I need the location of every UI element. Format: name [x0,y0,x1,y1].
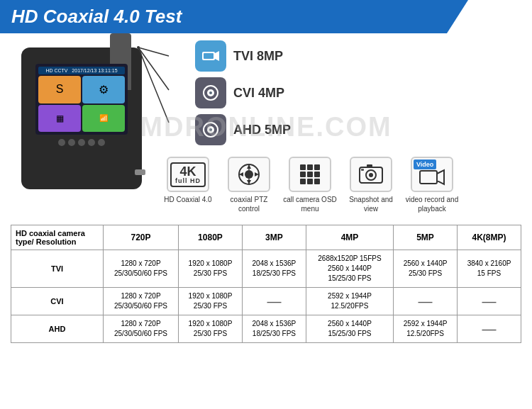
feature-video: Video video record and playback [404,157,460,213]
menu-dot-6 [314,172,320,177]
menu-dot-4 [300,172,306,177]
ahd-4k: — [458,315,521,343]
menu-dot-3 [314,164,320,170]
feature-snapshot: Snapshot and view [343,157,399,213]
svg-point-14 [245,170,253,179]
menu-dot-1 [300,164,306,170]
page-header: HD Coaxial 4.0 Test [0,0,532,33]
snapshot-icon-box [350,157,392,192]
tvi-5mp: 2560 x 1440P25/30 FPS [394,250,458,288]
4k-text: 4K [179,165,196,178]
hd-coaxial-icon-box: 4K full HD [167,157,209,192]
svg-rect-6 [204,53,214,59]
tvi-label: TVI 8MP [233,49,283,64]
svg-line-2 [138,47,169,123]
device-screen: HD CCTV 2017/12/13 13:11:15 S ⚙ ▦ 📶 [35,64,128,135]
specs-table: HD coaxial cameratype/ Resolution 720P 1… [11,225,521,343]
video-svg [419,167,445,188]
table-section: HD coaxial cameratype/ Resolution 720P 1… [0,220,532,350]
svg-line-1 [138,47,169,90]
ptz-svg [235,162,263,187]
screen-app-4: 📶 [82,105,125,133]
device-btn-5 [98,139,105,146]
ahd-label: AHD 5MP [233,123,291,138]
feature-coaxial-ptz: coaxial PTZ control [221,157,277,213]
feature-hd-coaxial: 4K full HD HD Coaxial 4.0 [160,157,216,213]
table-row-tvi: TVI 1280 x 720P25/30/50/60 FPS 1920 x 10… [11,250,521,288]
table-row-cvi: CVI 1280 x 720P25/30/50/60 FPS 1920 x 10… [11,288,521,315]
cvi-4mp: 2592 x 1944P12.5/20FPS [306,288,393,315]
tvi-icon [195,40,226,72]
snapshot-label: Snapshot and view [343,195,399,213]
cvi-icon [195,77,226,108]
camera-item-cvi: CVI 4MP [195,77,291,108]
tvi-4k: 3840 x 2160P15 FPS [458,250,521,288]
menu-icon-box [289,157,331,192]
svg-marker-5 [215,51,219,61]
col-header-5mp: 5MP [394,225,458,250]
svg-point-9 [209,91,212,94]
col-header-4mp: 4MP [306,225,393,250]
snapshot-svg [357,162,385,187]
screen-app-1: S [38,76,81,103]
svg-rect-25 [361,169,364,171]
ahd-icon [195,114,226,145]
screen-app-3: ▦ [38,105,81,133]
cvi-row-label: CVI [11,288,104,315]
ptz-label: coaxial PTZ control [221,195,277,213]
page-title: HD Coaxial 4.0 Test [11,6,182,28]
device-body: HD CCTV 2017/12/13 13:11:15 S ⚙ ▦ 📶 [21,47,142,189]
camera-item-tvi: TVI 8MP [195,40,291,72]
col-header-3mp: 3MP [242,225,306,250]
col-header-4k: 4K(8MP) [458,225,521,250]
screen-header: HD CCTV 2017/12/13 13:11:15 [38,67,125,74]
ahd-720p: 1280 x 720P25/30/50/60 FPS [104,315,179,343]
col-header-1080p: 1080P [179,225,243,250]
menu-dot-2 [307,164,313,170]
svg-marker-27 [437,170,444,184]
ahd-1080p: 1920 x 1080P25/30 FPS [179,315,243,343]
ptz-icon-box [228,157,270,192]
device-port [135,169,145,175]
menu-dot-9 [314,179,320,184]
device-btn-1 [58,139,65,146]
col-header-type: HD coaxial cameratype/ Resolution [11,225,104,250]
svg-rect-26 [420,171,437,184]
svg-point-3 [137,46,140,49]
cvi-3mp: — [242,288,306,315]
fullhd-text: full HD [175,178,201,184]
cvi-label: CVI 4MP [233,86,284,101]
connector-svg [135,40,170,140]
screen-app-2: ⚙ [82,76,125,103]
video-badge: Video [414,159,436,169]
svg-point-23 [369,173,373,177]
tvi-4mp: 2688x1520P 15FPS2560 x 1440P15/25/30 FPS [306,250,393,288]
svg-rect-24 [367,164,372,168]
header-decoration [447,0,532,33]
device-btn-3 [78,139,85,146]
cvi-720p: 1280 x 720P25/30/50/60 FPS [104,288,179,315]
menu-dot-7 [300,179,306,184]
4k-badge: 4K full HD [170,162,206,187]
col-header-720p: 720P [104,225,179,250]
call-camera-label: call camera OSD menu [282,195,338,213]
ahd-4mp: 2560 x 1440P15/25/30 FPS [306,315,393,343]
table-header-row: HD coaxial cameratype/ Resolution 720P 1… [11,225,521,250]
device-image: HD CCTV 2017/12/13 13:11:15 S ⚙ ▦ 📶 [11,40,153,196]
menu-dot-5 [307,172,313,177]
feature-icons-row: 4K full HD HD Coaxial 4.0 [160,157,521,213]
tvi-row-label: TVI [11,250,104,288]
cvi-5mp: — [394,288,458,315]
ahd-5mp: 2592 x 1944P12.5/20FPS [394,315,458,343]
svg-point-12 [209,128,212,131]
menu-dot-8 [307,179,313,184]
cvi-1080p: 1920 x 1080P25/30 FPS [179,288,243,315]
video-label: video record and playback [404,195,460,213]
features-section: TVI 8MP CVI 4MP [160,40,521,213]
device-buttons [58,139,105,146]
menu-grid-icon [300,164,320,184]
cvi-4k: — [458,288,521,315]
camera-item-ahd: AHD 5MP [195,114,291,145]
ahd-row-label: AHD [11,315,104,343]
table-row-ahd: AHD 1280 x 720P25/30/50/60 FPS 1920 x 10… [11,315,521,343]
